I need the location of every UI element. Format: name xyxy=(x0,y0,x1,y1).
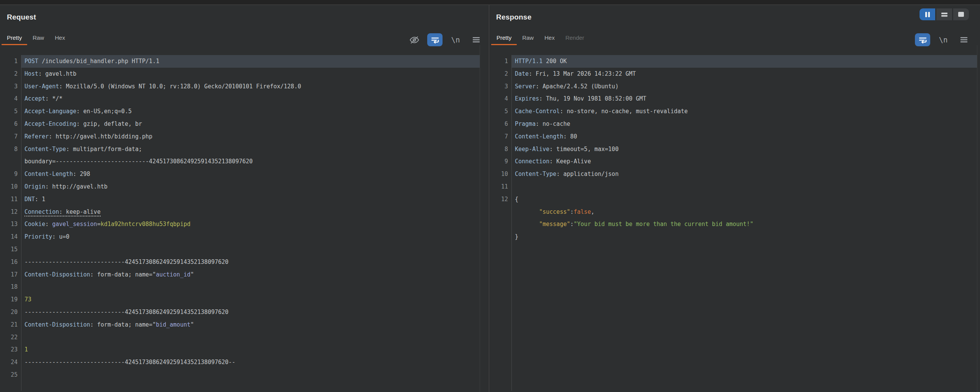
line-number: 7 xyxy=(490,130,511,143)
response-line-11[interactable]: 11 xyxy=(490,181,977,193)
response-tab-raw[interactable]: Raw xyxy=(517,32,539,45)
editor-menu-icon[interactable] xyxy=(469,33,484,46)
columns-layout-button[interactable] xyxy=(920,8,935,20)
request-editor[interactable]: 1POST /includes/bid_handler.php HTTP/1.1… xyxy=(0,55,480,381)
line-number: 12 xyxy=(0,206,21,218)
request-line-24[interactable]: 24-----------------------------424517308… xyxy=(0,356,480,369)
line-number: 6 xyxy=(0,118,21,130)
line-number xyxy=(490,218,511,231)
line-number: 7 xyxy=(0,130,21,143)
line-content: } xyxy=(511,231,977,243)
hide-nonprintable-icon[interactable] xyxy=(407,33,422,46)
response-line-1[interactable]: 1HTTP/1.1 200 OK xyxy=(490,55,977,68)
line-number: 2 xyxy=(490,68,511,80)
request-line-1[interactable]: 1POST /includes/bid_handler.php HTTP/1.1 xyxy=(0,55,480,68)
response-line-cont-12[interactable]: "success":false, xyxy=(490,206,977,218)
response-line-7[interactable]: 7Content-Length: 80 xyxy=(490,130,977,143)
request-line-23[interactable]: 231 xyxy=(0,343,480,356)
response-line-9[interactable]: 9Connection: Keep-Alive xyxy=(490,155,977,168)
line-number: 19 xyxy=(0,293,21,306)
request-line-3[interactable]: 3User-Agent: Mozilla/5.0 (Windows NT 10.… xyxy=(0,80,480,93)
response-line-10[interactable]: 10Content-Type: application/json xyxy=(490,168,977,181)
single-layout-button[interactable] xyxy=(953,8,969,20)
response-line-2[interactable]: 2Date: Fri, 13 Mar 2026 14:23:22 GMT xyxy=(490,68,977,80)
response-line-3[interactable]: 3Server: Apache/2.4.52 (Ubuntu) xyxy=(490,80,977,93)
request-line-7[interactable]: 7Referer: http://gavel.htb/bidding.php xyxy=(0,130,480,143)
request-line-19[interactable]: 1973 xyxy=(0,293,480,306)
request-line-10[interactable]: 10Origin: http://gavel.htb xyxy=(0,181,480,193)
response-line-cont-14[interactable]: } xyxy=(490,231,977,243)
line-content: -----------------------------42451730862… xyxy=(21,306,480,319)
request-line-13[interactable]: 13Cookie: gavel_session=kd1a92hntcrv088h… xyxy=(0,218,480,231)
request-line-5[interactable]: 5Accept-Language: en-US,en;q=0.5 xyxy=(0,105,480,118)
line-number: 23 xyxy=(0,343,21,356)
request-line-18[interactable]: 18 xyxy=(0,281,480,293)
line-content: Connection: keep-alive xyxy=(21,206,480,218)
response-line-6[interactable]: 6Pragma: no-cache xyxy=(490,118,977,130)
request-line-20[interactable]: 20-----------------------------424517308… xyxy=(0,306,480,319)
response-editor[interactable]: 1HTTP/1.1 200 OK2Date: Fri, 13 Mar 2026 … xyxy=(490,55,977,243)
line-content: Accept: */* xyxy=(21,93,480,105)
request-line-cont-8[interactable]: boundary=---------------------------4245… xyxy=(0,155,480,168)
line-content: Date: Fri, 13 Mar 2026 14:23:22 GMT xyxy=(511,68,977,80)
request-line-2[interactable]: 2Host: gavel.htb xyxy=(0,68,480,80)
response-line-8[interactable]: 8Keep-Alive: timeout=5, max=100 xyxy=(490,143,977,156)
line-content: Origin: http://gavel.htb xyxy=(21,181,480,193)
line-content: Expires: Thu, 19 Nov 1981 08:52:00 GMT xyxy=(511,93,977,105)
line-content xyxy=(21,243,480,256)
request-line-21[interactable]: 21Content-Disposition: form-data; name="… xyxy=(0,319,480,331)
layout-controls xyxy=(920,8,969,20)
request-line-4[interactable]: 4Accept: */* xyxy=(0,93,480,105)
line-number: 8 xyxy=(0,143,21,156)
line-number: 1 xyxy=(490,55,511,68)
line-number: 21 xyxy=(0,319,21,331)
show-newlines-toggle[interactable]: \n xyxy=(448,33,463,46)
line-content: Cookie: gavel_session=kd1a92hntcrv088hu5… xyxy=(21,218,480,231)
response-line-12[interactable]: 12{ xyxy=(490,193,977,206)
request-line-15[interactable]: 15 xyxy=(0,243,480,256)
word-wrap-toggle[interactable] xyxy=(915,33,930,46)
response-tab-render[interactable]: Render xyxy=(560,32,590,45)
request-line-22[interactable]: 22 xyxy=(0,331,480,344)
response-line-5[interactable]: 5Cache-Control: no-store, no-cache, must… xyxy=(490,105,977,118)
request-line-8[interactable]: 8Content-Type: multipart/form-data; xyxy=(0,143,480,156)
panel-divider[interactable] xyxy=(489,5,489,392)
line-content: Server: Apache/2.4.52 (Ubuntu) xyxy=(511,80,977,93)
line-number: 13 xyxy=(0,218,21,231)
response-toolbar: \n xyxy=(915,33,972,47)
line-content: Content-Type: multipart/form-data; xyxy=(21,143,480,156)
response-line-4[interactable]: 4Expires: Thu, 19 Nov 1981 08:52:00 GMT xyxy=(490,93,977,105)
request-tab-pretty[interactable]: Pretty xyxy=(2,32,27,45)
line-number xyxy=(490,206,511,218)
request-line-6[interactable]: 6Accept-Encoding: gzip, deflate, br xyxy=(0,118,480,130)
request-line-25[interactable]: 25 xyxy=(0,369,480,381)
line-content: Content-Type: application/json xyxy=(511,168,977,181)
response-tab-hex[interactable]: Hex xyxy=(539,32,560,45)
request-line-17[interactable]: 17Content-Disposition: form-data; name="… xyxy=(0,268,480,281)
request-line-9[interactable]: 9Content-Length: 298 xyxy=(0,168,480,181)
line-number: 11 xyxy=(490,181,511,193)
line-number: 9 xyxy=(0,168,21,181)
request-gutter-separator xyxy=(21,55,21,391)
rows-layout-button[interactable] xyxy=(936,8,952,20)
request-line-12[interactable]: 12Connection: keep-alive xyxy=(0,206,480,218)
line-content: 73 xyxy=(21,293,480,306)
editor-menu-icon[interactable] xyxy=(956,33,972,46)
line-number: 12 xyxy=(490,193,511,206)
request-tab-hex[interactable]: Hex xyxy=(49,32,70,45)
request-line-11[interactable]: 11DNT: 1 xyxy=(0,193,480,206)
line-number: 5 xyxy=(490,105,511,118)
response-line-cont-13[interactable]: "message":"Your bid must be more than th… xyxy=(490,218,977,231)
line-number: 9 xyxy=(490,155,511,168)
line-number: 15 xyxy=(0,243,21,256)
line-number: 11 xyxy=(0,193,21,206)
line-number: 20 xyxy=(0,306,21,319)
word-wrap-toggle[interactable] xyxy=(427,33,443,46)
request-line-16[interactable]: 16-----------------------------424517308… xyxy=(0,256,480,268)
request-tab-raw[interactable]: Raw xyxy=(27,32,49,45)
response-tab-pretty[interactable]: Pretty xyxy=(491,32,517,45)
request-line-14[interactable]: 14Priority: u=0 xyxy=(0,231,480,243)
line-number: 14 xyxy=(0,231,21,243)
line-number: 16 xyxy=(0,256,21,268)
show-newlines-toggle[interactable]: \n xyxy=(936,33,951,46)
